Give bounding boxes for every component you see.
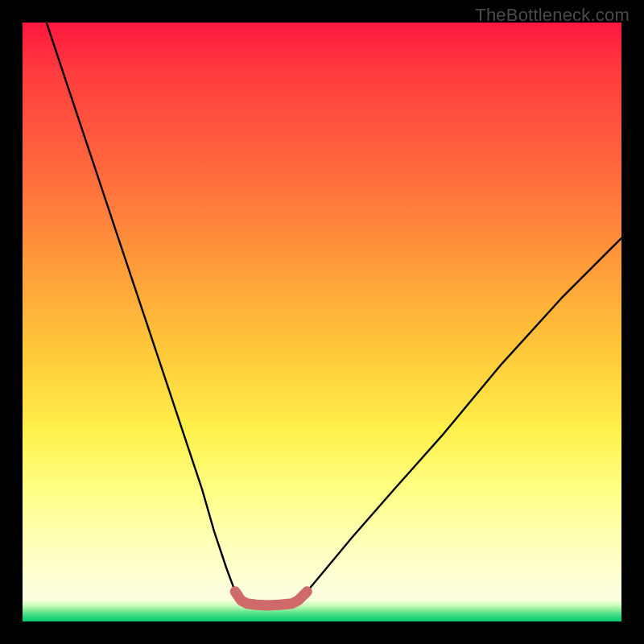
chart-frame: TheBottleneck.com <box>0 0 644 644</box>
curve-layer <box>23 23 621 621</box>
curve-group <box>47 23 621 605</box>
curve-highlight-segment <box>235 592 307 605</box>
curve-left-branch <box>47 23 247 604</box>
curve-right-branch <box>292 238 621 604</box>
plot-area <box>23 23 621 621</box>
